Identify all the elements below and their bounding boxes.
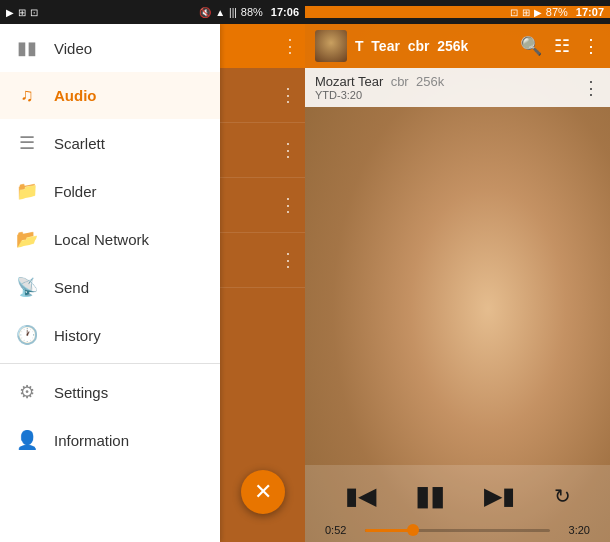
scarlett-icon: ☰ xyxy=(16,132,38,154)
battery-left: 88% xyxy=(241,6,263,18)
fab-button[interactable]: ✕ xyxy=(241,470,285,514)
sidebar-item-information[interactable]: 👤 Information xyxy=(0,416,220,464)
track-info: Mozart Tear cbr 256k YTD-3:20 xyxy=(315,74,444,101)
history-icon: 🕐 xyxy=(16,324,38,346)
sidebar-label-settings: Settings xyxy=(54,384,108,401)
middle-item-more-1[interactable]: ⋮ xyxy=(279,84,297,106)
controls-row: ▮◀ ▮▮ ▶▮ ↻ xyxy=(325,475,590,516)
track-name: Mozart Tear cbr 256k xyxy=(315,74,444,89)
sidebar-label-folder: Folder xyxy=(54,183,97,200)
sidebar-label-video: Video xyxy=(54,40,92,57)
status-right-icon2: ⊞ xyxy=(522,7,530,18)
status-bar-right: ⊡ ⊞ ▶ 87% 17:07 xyxy=(305,6,610,18)
track-more-button[interactable]: ⋮ xyxy=(582,77,600,99)
volume-icon: 🔇 xyxy=(199,7,211,18)
middle-panel-header: ⋮ xyxy=(220,24,305,68)
player-title-bitrate: 256k xyxy=(437,38,468,54)
middle-item-3: ⋮ xyxy=(220,178,305,233)
time-left: 17:06 xyxy=(271,6,299,18)
player-controls: ▮◀ ▮▮ ▶▮ ↻ 0:52 3:20 xyxy=(305,465,610,542)
middle-item-4: ⋮ xyxy=(220,233,305,288)
time-right: 17:07 xyxy=(576,6,604,18)
sidebar-item-settings[interactable]: ⚙ Settings xyxy=(0,368,220,416)
player-more-button[interactable]: ⋮ xyxy=(582,35,600,57)
player-title: T Tear cbr 256k xyxy=(355,38,512,54)
player-panel: T Tear cbr 256k 🔍 ☷ ⋮ Mozart Tear cbr 25… xyxy=(305,24,610,542)
search-button[interactable]: 🔍 xyxy=(520,35,542,57)
status-bar-left: ▶ ⊞ ⊡ 🔇 ▲ ||| 88% 17:06 xyxy=(0,6,305,18)
status-right-icon1: ⊡ xyxy=(510,7,518,18)
sidebar-item-scarlett[interactable]: ☰ Scarlett xyxy=(0,119,220,167)
sidebar-label-history: History xyxy=(54,327,101,344)
player-track-list: Mozart Tear cbr 256k YTD-3:20 ⋮ xyxy=(305,68,610,107)
sidebar-label-send: Send xyxy=(54,279,89,296)
sidebar-divider xyxy=(0,363,220,364)
battery-right: 87% xyxy=(546,6,568,18)
sidebar-item-history[interactable]: 🕐 History xyxy=(0,311,220,359)
player-header: T Tear cbr 256k 🔍 ☷ ⋮ xyxy=(305,24,610,68)
sidebar: ▮▮ Video ♫ Audio ☰ Scarlett 📁 Folder 📂 L… xyxy=(0,24,220,542)
video-icon: ▮▮ xyxy=(16,37,38,59)
send-icon: 📡 xyxy=(16,276,38,298)
middle-item-more-4[interactable]: ⋮ xyxy=(279,249,297,271)
player-title-prefix: T xyxy=(355,38,364,54)
main-content: ▮▮ Video ♫ Audio ☰ Scarlett 📁 Folder 📂 L… xyxy=(0,24,610,542)
pause-button[interactable]: ▮▮ xyxy=(411,475,449,516)
equalizer-button[interactable]: ☷ xyxy=(554,35,570,57)
middle-item-more-3[interactable]: ⋮ xyxy=(279,194,297,216)
notification-icon: ⊞ xyxy=(18,7,26,18)
player-thumbnail xyxy=(315,30,347,62)
prev-button[interactable]: ▮◀ xyxy=(341,478,380,514)
player-thumb-art xyxy=(315,30,347,62)
player-title-format: cbr xyxy=(408,38,430,54)
track-meta: YTD-3:20 xyxy=(315,89,444,101)
current-time: 0:52 xyxy=(325,524,357,536)
sidebar-item-video[interactable]: ▮▮ Video xyxy=(0,24,220,72)
information-icon: 👤 xyxy=(16,429,38,451)
middle-item-2: ⋮ xyxy=(220,123,305,178)
sidebar-label-local-network: Local Network xyxy=(54,231,149,248)
middle-item-more-2[interactable]: ⋮ xyxy=(279,139,297,161)
player-art-area xyxy=(305,107,610,465)
progress-row: 0:52 3:20 xyxy=(325,524,590,536)
middle-item-1: ⋮ xyxy=(220,68,305,123)
repeat-button[interactable]: ↻ xyxy=(550,480,575,512)
status-right-icon3: ▶ xyxy=(534,7,542,18)
folder-icon: 📁 xyxy=(16,180,38,202)
progress-thumb xyxy=(407,524,419,536)
sidebar-label-scarlett: Scarlett xyxy=(54,135,105,152)
progress-fill xyxy=(365,529,413,532)
sidebar-item-send[interactable]: 📡 Send xyxy=(0,263,220,311)
status-bar: ▶ ⊞ ⊡ 🔇 ▲ ||| 88% 17:06 ⊡ ⊞ ▶ 87% 17:07 xyxy=(0,0,610,24)
player-header-icons: 🔍 ☷ ⋮ xyxy=(520,35,600,57)
status-icon-misc: ⊡ xyxy=(30,7,38,18)
sidebar-label-audio: Audio xyxy=(54,87,97,104)
network-icon: 📂 xyxy=(16,228,38,250)
sidebar-item-audio[interactable]: ♫ Audio xyxy=(0,72,220,119)
settings-icon: ⚙ xyxy=(16,381,38,403)
player-title-name: Tear xyxy=(371,38,400,54)
total-time: 3:20 xyxy=(558,524,590,536)
progress-bar[interactable] xyxy=(365,529,550,532)
wifi-icon: ▲ xyxy=(215,7,225,18)
middle-panel: ⋮ ⋮ ⋮ ⋮ ⋮ ✕ xyxy=(220,24,305,542)
next-button[interactable]: ▶▮ xyxy=(480,478,519,514)
middle-header-more[interactable]: ⋮ xyxy=(281,35,299,57)
sidebar-label-information: Information xyxy=(54,432,129,449)
fab-icon: ✕ xyxy=(254,479,272,505)
media-icon: ▶ xyxy=(6,7,14,18)
sidebar-item-folder[interactable]: 📁 Folder xyxy=(0,167,220,215)
signal-icon: ||| xyxy=(229,7,237,18)
audio-icon: ♫ xyxy=(16,85,38,106)
sidebar-item-local-network[interactable]: 📂 Local Network xyxy=(0,215,220,263)
